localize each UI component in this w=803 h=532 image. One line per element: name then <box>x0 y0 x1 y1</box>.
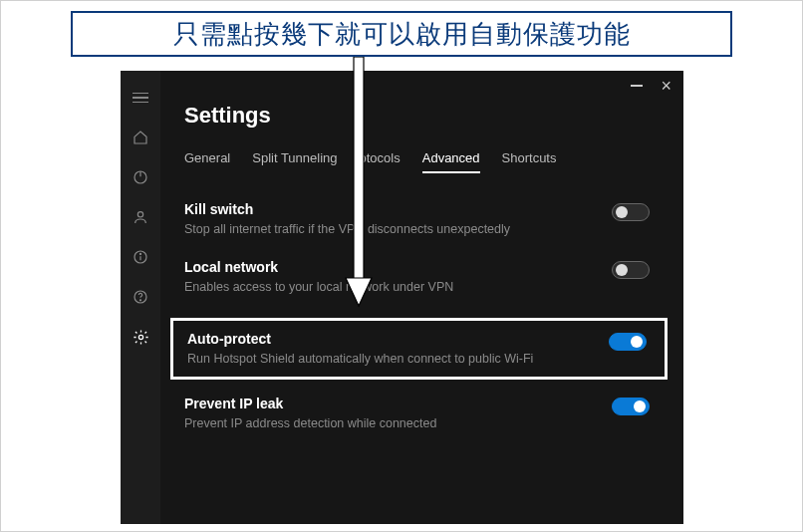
page-title: Settings <box>184 103 654 129</box>
settings-tabs: General Split Tunneling otocols Advanced… <box>184 150 654 173</box>
svg-rect-0 <box>354 57 364 280</box>
svg-point-9 <box>139 300 140 301</box>
svg-point-7 <box>139 253 140 254</box>
settings-icon[interactable] <box>132 328 149 346</box>
prevent-ip-leak-toggle[interactable] <box>612 398 650 415</box>
nav-sidebar <box>121 71 160 524</box>
settings-panel: Settings General Split Tunneling otocols… <box>160 71 683 524</box>
prevent-ip-leak-desc: Prevent IP address detection while conne… <box>184 415 436 431</box>
annotation-text: 只需點按幾下就可以啟用自動保護功能 <box>173 17 631 52</box>
user-icon[interactable] <box>132 208 149 226</box>
window-controls: × <box>631 79 671 93</box>
app-window: × Settings General Split Tunneling otoc <box>121 71 683 524</box>
svg-marker-1 <box>346 278 372 306</box>
auto-protect-highlight: Auto-protect Run Hotspot Shield automati… <box>170 318 668 380</box>
power-icon[interactable] <box>132 168 149 186</box>
auto-protect-desc: Run Hotspot Shield automatically when co… <box>187 351 533 367</box>
setting-prevent-ip-leak: Prevent IP leak Prevent IP address detec… <box>184 396 654 431</box>
auto-protect-title: Auto-protect <box>187 331 533 347</box>
setting-local-network: Local network Enables access to your loc… <box>184 259 654 295</box>
setting-auto-protect: Auto-protect Run Hotspot Shield automati… <box>187 331 651 367</box>
tab-general[interactable]: General <box>184 150 230 173</box>
close-button[interactable]: × <box>661 79 671 93</box>
prevent-ip-leak-title: Prevent IP leak <box>184 396 436 411</box>
local-network-toggle[interactable] <box>612 261 650 279</box>
svg-point-10 <box>138 335 142 339</box>
setting-kill-switch: Kill switch Stop all internet traffic if… <box>184 201 654 237</box>
svg-point-4 <box>137 212 142 217</box>
info-icon[interactable] <box>132 248 149 266</box>
local-network-desc: Enables access to your local network und… <box>184 279 453 295</box>
annotation-banner: 只需點按幾下就可以啟用自動保護功能 <box>71 11 732 57</box>
home-icon[interactable] <box>132 129 149 146</box>
tab-advanced[interactable]: Advanced <box>422 150 480 173</box>
minimize-button[interactable] <box>631 85 643 87</box>
local-network-title: Local network <box>184 259 453 275</box>
annotation-arrow <box>344 57 374 312</box>
tab-split-tunneling[interactable]: Split Tunneling <box>252 150 337 173</box>
help-icon[interactable] <box>132 288 149 306</box>
kill-switch-toggle[interactable] <box>612 203 650 221</box>
tab-shortcuts[interactable]: Shortcuts <box>502 150 557 173</box>
menu-icon[interactable] <box>132 89 149 107</box>
auto-protect-toggle[interactable] <box>609 333 647 351</box>
